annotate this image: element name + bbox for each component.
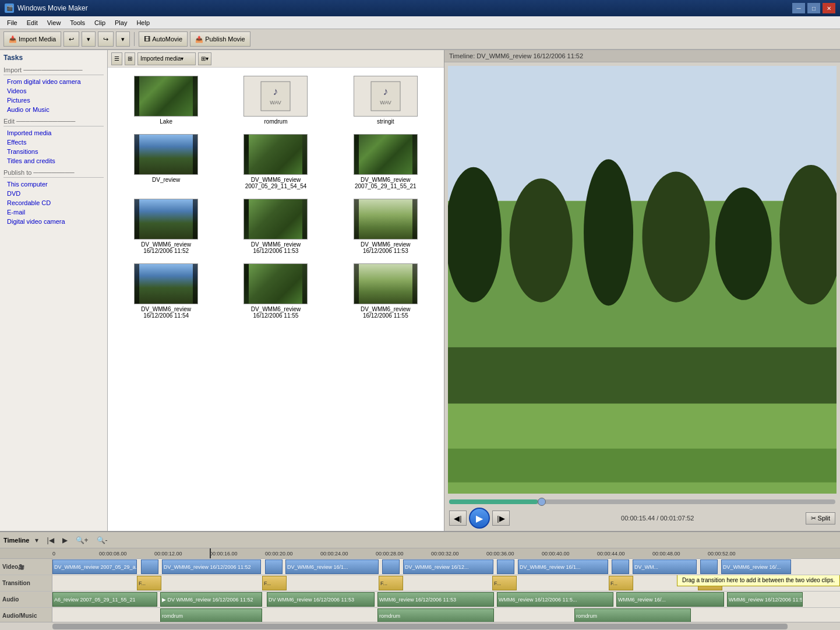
menu-item-edit[interactable]: Edit [22,18,43,27]
timeline-clip[interactable]: DV_WMM6_review 16/... [721,559,791,574]
timeline-dropdown-button[interactable]: ▾ [33,535,41,545]
play-button[interactable]: ▶ [469,508,490,529]
task-from-camera[interactable]: From digital video camera [3,77,104,86]
track-content[interactable]: A6_review 2007_05_29_11_55_21▶ DV WMM6_r… [52,592,840,607]
menu-item-view[interactable]: View [43,18,66,27]
task-dvd[interactable]: DVD [3,189,104,198]
media-item[interactable]: Lake [114,73,218,127]
media-item[interactable]: DV_WMM6_review 2007_05_29_11_55_21 [333,132,438,192]
undo-dropdown-button[interactable]: ▾ [82,31,96,47]
sort-button[interactable]: ⊞▾ [198,52,211,65]
menu-item-play[interactable]: Play [110,18,132,27]
scrollbar-thumb[interactable] [52,624,788,629]
media-item[interactable]: DV_WMM6_review 16/12/2006 11:53 [333,196,438,256]
media-thumb: ♪ WAV [354,76,418,117]
timeline-clip[interactable]: DV_WM... [633,559,697,574]
media-item[interactable]: DV_WMM6_review 2007_05_29_11_54_54 [223,132,328,192]
import-media-button[interactable]: 📥 Import Media [3,31,61,47]
task-titles-credits[interactable]: Titles and credits [3,156,104,166]
menu-item-help[interactable]: Help [132,18,154,27]
track-content[interactable]: F...F...F...F...F...F...Drag a transitio… [52,575,840,591]
view-thumbnails-button[interactable]: ⊞ [125,52,135,65]
timeline-clip[interactable]: WMM6_review 16/... [616,592,724,607]
menu-item-clip[interactable]: Clip [90,18,110,27]
timeline-clip[interactable]: romdrum [574,608,691,622]
timeline-clip[interactable]: WMM6_review 16/12/2006 11:55 1... [727,592,803,607]
task-recordable-cd[interactable]: Recordable CD [3,198,104,207]
svg-rect-7 [448,66,837,201]
timeline-clip[interactable]: DV WMM6_review 16/12/2006 11:53 [267,592,375,607]
menu-item-file[interactable]: File [2,18,22,27]
timeline-clip[interactable]: DV_WMM6_review 2007_05_29_a... [52,559,137,574]
svg-point-15 [715,188,772,300]
timeline-clip[interactable] [612,559,629,574]
automovie-button[interactable]: 🎞 AutoMovie [139,31,188,47]
task-dv-camera[interactable]: Digital video camera [3,217,104,226]
redo-button[interactable]: ↪ [98,31,114,47]
task-transitions[interactable]: Transitions [3,147,104,156]
media-item[interactable]: ♪ WAV romdrum [223,73,328,127]
timeline-clip[interactable]: A6_review 2007_05_29_11_55_21 [52,592,157,607]
timeline-rewind-button[interactable]: |◀ [44,535,56,545]
task-videos[interactable]: Videos [3,86,104,96]
timeline-clip[interactable]: F... [492,576,517,590]
timeline-clip[interactable] [265,559,283,574]
timeline-clip[interactable]: DV_WMM6_review 16/12... [403,559,493,574]
timeline-clip[interactable]: ▶ DV WMM6_review 16/12/2006 11:52 [160,592,262,607]
menu-item-tools[interactable]: Tools [65,18,90,27]
timeline-clip[interactable]: WMM6_review 16/12/2006 11:5... [497,592,613,607]
track-content[interactable]: DV_WMM6_review 2007_05_29_a...DV_WMM6_re… [52,559,840,575]
media-item[interactable]: DV_WMM6_review 16/12/2006 11:55 [223,261,328,321]
timeline-clip[interactable]: WMM6_review 16/12/2006 11:53 [377,592,494,607]
timeline-play-button[interactable]: ▶ [60,535,70,545]
rewind-button[interactable]: ◀| [449,511,467,526]
timeline-clip[interactable]: romdrum [377,608,494,622]
redo-dropdown-button[interactable]: ▾ [116,31,130,47]
timeline-clip[interactable]: DV_WMM6_review 16/1... [518,559,608,574]
media-label: DV_WMM6_review 16/12/2006 11:52 [134,241,198,254]
publish-movie-button[interactable]: 📤 Publish Movie [190,31,250,47]
close-button[interactable]: ✕ [823,3,835,13]
media-item[interactable]: DV_WMM6_review 16/12/2006 11:53 [223,196,328,256]
task-this-computer[interactable]: This computer [3,180,104,189]
timeline: Timeline ▾ |◀ ▶ 🔍+ 🔍- 000:00:08.0000:00:… [0,531,840,630]
timeline-clip[interactable] [497,559,514,574]
task-effects[interactable]: Effects [3,138,104,147]
media-label: DV_WMM6_review 16/12/2006 11:53 [243,241,308,254]
track-content[interactable]: romdrumromdrumromdrum [52,608,840,622]
preview-title: Timeline: DV_WMM6_review 16/12/2006 11:5… [444,50,840,62]
timeline-clip[interactable]: F... [609,576,633,590]
preview-progress-bar[interactable] [449,499,835,504]
timeline-zoom-in-button[interactable]: 🔍+ [73,535,91,545]
media-item[interactable]: DV_review [114,132,218,192]
media-item[interactable]: DV_WMM6_review 16/12/2006 11:55 [333,261,438,321]
timeline-clip[interactable] [141,559,158,574]
task-email[interactable]: E-mail [3,207,104,217]
media-item[interactable]: ♪ WAV stringit [333,73,438,127]
undo-button[interactable]: ↩ [63,31,79,47]
timeline-clip[interactable]: F... [262,576,287,590]
imported-media-dropdown[interactable]: Imported media ▾ [137,52,196,65]
task-audio[interactable]: Audio or Music [3,105,104,114]
restore-button[interactable]: □ [807,3,820,13]
timeline-clip[interactable] [700,559,718,574]
timeline-clip[interactable]: DV_WMM6_review 16/12/2006 11:52 [162,559,261,574]
task-imported-media[interactable]: Imported media [3,128,104,138]
view-details-button[interactable]: ☰ [111,52,122,65]
timeline-clip[interactable] [382,559,400,574]
publish-icon: 📤 [195,36,203,43]
task-pictures[interactable]: Pictures [3,96,104,105]
timeline-clip[interactable]: romdrum [160,608,262,622]
imported-media-label: Imported media [140,55,181,62]
minimize-button[interactable]: ─ [792,3,805,13]
timeline-tracks: Video 🎥DV_WMM6_review 2007_05_29_a...DV_… [0,559,840,622]
timeline-scrollbar[interactable] [0,622,840,630]
timeline-clip[interactable]: F... [379,576,403,590]
fast-forward-button[interactable]: |▶ [492,511,510,526]
timeline-clip[interactable]: F... [137,576,161,590]
timeline-clip[interactable]: DV_WMM6_review 16/1... [285,559,379,574]
timeline-zoom-out-button[interactable]: 🔍- [94,535,110,545]
split-button[interactable]: ✂ Split [806,512,835,525]
media-item[interactable]: DV_WMM6_review 16/12/2006 11:52 [114,196,218,256]
media-item[interactable]: DV_WMM6_review 16/12/2006 11:54 [114,261,218,321]
